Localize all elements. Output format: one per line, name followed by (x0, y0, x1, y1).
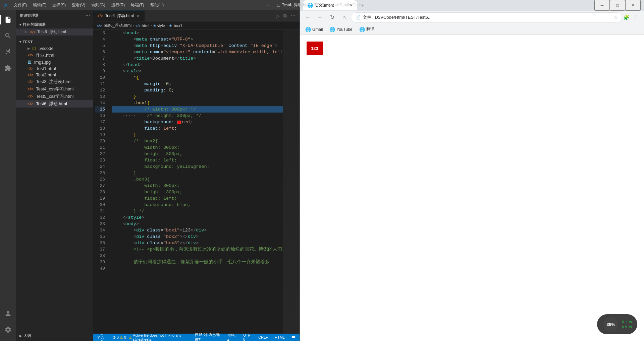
explorer-icon[interactable] (0, 12, 16, 28)
bookmark-star-icon[interactable]: ☆ (613, 15, 618, 20)
more-icon[interactable]: ⋯ (289, 12, 297, 19)
breadcrumb-html-text: html (142, 23, 150, 28)
address-bar[interactable]: 📄 文件 | D:/VCode/Html/TEST/Test6... ☆ (351, 12, 622, 22)
file-test2[interactable]: </> Test2.html (16, 72, 93, 78)
file-test2-label: Test2.html (36, 72, 56, 77)
ln-14: 14 (95, 100, 105, 106)
folder-arrow: ▾ (19, 40, 21, 44)
status-errors[interactable]: ⊘ 0 ⚠ 0 (111, 335, 127, 340)
code-line-35: <div class="box2"></div> (112, 233, 283, 240)
menu-select[interactable]: 选择(S) (50, 2, 68, 9)
account-icon[interactable] (0, 305, 16, 322)
browser-content: 123 39% 0.1↑/s 0.9↓/s (300, 35, 644, 341)
code-line-6: <meta name="viewport" content="width=dev… (112, 49, 283, 55)
status-encoding[interactable]: UTF-8 (242, 333, 253, 341)
tab-close-icon[interactable]: ✕ (136, 13, 141, 19)
menu-terminal[interactable]: 终端(T) (128, 2, 147, 9)
minimize-button[interactable]: ─ (262, 0, 273, 10)
home-button[interactable]: ⌂ (339, 12, 350, 23)
status-language-text: HTML (275, 335, 285, 339)
ln-11: 11 (95, 81, 105, 87)
reload-button[interactable]: ↻ (327, 12, 337, 23)
file-test1[interactable]: </> Test1.html (16, 65, 93, 72)
file-test4[interactable]: </> Test4_css学习.html (16, 85, 93, 93)
open-editor-item[interactable]: ✕ </> Test6_浮动.html (16, 28, 93, 36)
extensions-puzzle-icon[interactable]: 🧩 (624, 15, 629, 20)
menu-view[interactable]: 查看(V) (69, 2, 88, 9)
status-notifications[interactable] (290, 335, 297, 339)
ln-26: 26 (95, 176, 105, 183)
browser-minimize-button[interactable]: ─ (594, 0, 610, 11)
code-line-5: <meta http-equiv="X-UA-Compatible" conte… (112, 43, 283, 49)
run-icon[interactable]: ▷ (274, 12, 281, 19)
search-icon[interactable] (0, 28, 16, 44)
ln-24: 24 (95, 163, 105, 170)
breadcrumb-style[interactable]: ◈ style (153, 23, 165, 28)
file-test5[interactable]: </> Test5_css学习.html (16, 93, 93, 100)
outline-label[interactable]: ▶ 大纲 (16, 332, 93, 340)
back-button[interactable]: ← (303, 12, 313, 23)
code-line-23: float: left; (112, 157, 283, 163)
code-line-22: height: 300px; (112, 151, 283, 157)
ln-6: 6 (95, 49, 105, 55)
breadcrumb-html[interactable]: </> html (136, 23, 150, 28)
browser-menu-button[interactable]: ⋮ (631, 12, 641, 23)
bookmark-translate[interactable]: 🌐 翻译 (357, 25, 377, 33)
code-editor[interactable]: 3 4 5 6 7 8 9 10 11 12 13 14 15 16 17 18 (93, 30, 300, 334)
settings-icon[interactable] (0, 322, 16, 338)
menu-run[interactable]: 运行(R) (109, 2, 128, 9)
ln-29: 29 (95, 195, 105, 202)
forward-button[interactable]: → (315, 12, 325, 23)
source-control-icon[interactable] (0, 44, 16, 60)
file-test3[interactable]: </> Test3_注册表.html (16, 78, 93, 85)
status-encoding-text: UTF-8 (243, 333, 252, 341)
editor-tab-test6[interactable]: </> Test6_浮动.html ✕ (93, 10, 145, 21)
ln-21: 21 (95, 144, 105, 151)
code-line-13: } (112, 93, 283, 100)
outline-section: ▶ 大纲 (16, 331, 93, 341)
close-icon[interactable]: ✕ (24, 30, 27, 34)
menu-file[interactable]: 文件(F) (11, 2, 30, 9)
code-line-7: <title>Document</title> (112, 55, 283, 62)
open-editors-section: ▾ 打开的编辑器 ✕ </> Test6_浮动.html (16, 21, 93, 37)
open-editors-label[interactable]: ▾ 打开的编辑器 (16, 21, 93, 28)
status-lineending[interactable]: CRLF (257, 335, 269, 339)
bookmark-gmail[interactable]: 🌐 Gmail (303, 26, 325, 33)
browser-close-button[interactable]: ✕ (625, 0, 641, 11)
breadcrumb-file[interactable]: </> Test6_浮动.html (97, 23, 131, 28)
code-line-26: .box3{ (112, 176, 283, 183)
code-line-37: <!-- <p>暖国的雨，向来没有过冰冷的坚硬的灿烂的雪花。博识的人们 (112, 246, 283, 253)
code-line-17: background: red; (112, 119, 283, 125)
extensions-icon[interactable] (0, 60, 16, 76)
code-content[interactable]: <head> <meta charset="UTF-8"> <meta http… (108, 30, 283, 334)
code-line-9: <style> (112, 68, 283, 74)
code-line-32: </style> (112, 214, 283, 221)
bookmark-translate-label: 翻译 (366, 26, 374, 32)
ln-38: 38 (95, 253, 105, 259)
menu-edit[interactable]: 编辑(E) (30, 2, 49, 9)
menu-goto[interactable]: 转到(G) (89, 2, 108, 9)
status-active-file-label[interactable]: ⚠ Active file does not link to any style… (127, 333, 189, 341)
file-vscode-label: .vscode (39, 46, 54, 51)
status-language[interactable]: HTML (273, 335, 286, 339)
breadcrumb-box1[interactable]: ◈ .box1 (169, 23, 182, 28)
breadcrumb-style-text: style (157, 23, 165, 28)
file-test6[interactable]: </> Test6_浮动.html (16, 100, 93, 108)
active-file-icon: ⚠ (129, 336, 132, 339)
bookmark-youtube[interactable]: 🌐 YouTube (327, 26, 355, 33)
file-img[interactable]: 🖼 img1.jpg (16, 59, 93, 65)
status-spaces[interactable]: 空格: 4 (226, 333, 238, 341)
browser-window-controls: ─ □ ✕ (594, 0, 641, 11)
browser-maximize-button[interactable]: □ (610, 0, 625, 11)
file-vscode[interactable]: ▶ ⬡ .vscode (16, 45, 93, 52)
file-zuoye[interactable]: </> 作业.html (16, 52, 93, 59)
vscode-folder-icon: ⬡ (32, 46, 36, 51)
folder-label[interactable]: ▾ TEST (16, 39, 93, 45)
split-icon[interactable]: ⧉ (282, 12, 288, 19)
code-line-20: /* .box2{ (112, 138, 283, 144)
ln-35: 35 (95, 233, 105, 240)
menu-help[interactable]: 帮助(H) (148, 2, 167, 9)
new-file-icon[interactable]: ⋯ (85, 13, 90, 18)
bookmarks-bar: 🌐 Gmail 🌐 YouTube 🌐 翻译 (300, 24, 644, 35)
code-line-8: </head> (112, 62, 283, 68)
